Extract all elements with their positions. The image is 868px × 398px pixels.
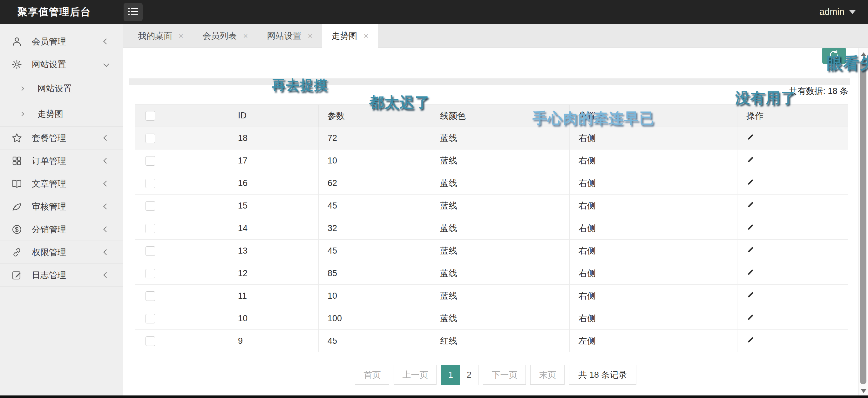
cell-line-color: 蓝线 [431,285,570,307]
refresh-button[interactable] [822,47,846,64]
main-content: 共有数据: 18 条 ID 参数 线颜色 位置 操作 18 [123,48,868,395]
edit-icon[interactable] [746,313,754,322]
chevron-left-icon [103,135,109,141]
edit-icon[interactable] [746,133,754,141]
total-count-label: 共有数据: 18 条 [788,86,848,97]
audit-leaf-icon [11,201,25,212]
row-checkbox[interactable] [146,269,155,278]
tab-member-list[interactable]: 会员列表 × [193,24,257,48]
hamburger-list-icon [128,7,138,17]
pagination-last-button[interactable]: 末页 [530,365,565,385]
divider [123,67,868,67]
scrollbar-up-arrow-icon[interactable] [861,53,866,56]
cell-param: 85 [319,262,431,285]
dollar-icon [11,224,25,235]
edit-icon[interactable] [746,223,754,231]
edit-icon[interactable] [746,291,754,299]
close-icon[interactable]: × [364,31,369,41]
row-checkbox[interactable] [146,201,155,211]
tab-site-settings[interactable]: 网站设置 × [257,24,322,48]
sidebar-item-article-management[interactable]: 文章管理 [0,172,123,195]
cell-line-color: 蓝线 [431,172,570,195]
vertical-scrollbar[interactable] [859,48,868,395]
sidebar-subitem-site-settings[interactable]: 网站设置 [0,76,123,101]
gear-icon [11,59,25,70]
cell-param: 45 [319,195,431,217]
tab-trend-chart[interactable]: 走势图 × [322,24,378,48]
scrollbar-thumb[interactable] [860,60,866,384]
row-checkbox[interactable] [146,224,155,233]
edit-icon[interactable] [746,268,754,276]
pagination-page-2[interactable]: 2 [460,365,478,385]
close-icon[interactable]: × [179,31,183,41]
cell-line-color: 蓝线 [431,307,570,330]
tab-bar: 我的桌面 × 会员列表 × 网站设置 × 走势图 × [123,24,868,48]
cell-id: 13 [229,240,319,262]
sidebar-item-order-management[interactable]: 订单管理 [0,150,123,172]
pagination-prev-button[interactable]: 上一页 [394,365,437,385]
row-checkbox[interactable] [146,336,155,346]
edit-icon[interactable] [746,336,754,344]
cell-id: 14 [229,217,319,240]
table-row: 14 32 蓝线 右侧 [135,217,848,240]
close-icon[interactable]: × [243,31,248,41]
sidebar-item-label: 套餐管理 [32,132,104,144]
cell-param: 45 [319,330,431,352]
row-checkbox[interactable] [146,291,155,301]
caret-down-icon [849,10,856,14]
user-menu[interactable]: admin [819,0,856,24]
pagination-next-button[interactable]: 下一页 [483,365,526,385]
sidebar-item-permission-management[interactable]: 权限管理 [0,241,123,264]
cell-id: 18 [229,127,319,150]
table-row: 10 100 蓝线 右侧 [135,307,848,330]
cell-position: 右侧 [570,285,737,307]
cell-line-color: 蓝线 [431,262,570,285]
edit-icon[interactable] [746,246,754,254]
cell-line-color: 红线 [431,330,570,352]
cell-id: 17 [229,150,319,172]
row-checkbox[interactable] [146,314,155,323]
refresh-icon [829,49,839,62]
link-icon [11,247,25,258]
sidebar-item-label: 文章管理 [32,178,104,190]
table-row: 9 45 红线 左侧 [135,330,848,352]
table-row: 11 10 蓝线 右侧 [135,285,848,307]
tab-label: 走势图 [332,30,358,41]
chevron-left-icon [103,180,109,186]
sidebar-item-log-management[interactable]: 日志管理 [0,264,123,287]
table-header-row: ID 参数 线颜色 位置 操作 [135,105,848,127]
table-row: 12 85 蓝线 右侧 [135,262,848,285]
pagination-first-button[interactable]: 首页 [355,365,389,385]
cell-id: 11 [229,285,319,307]
cell-line-color: 蓝线 [431,127,570,150]
sidebar-item-label: 权限管理 [32,246,104,258]
cell-line-color: 蓝线 [431,150,570,172]
sidebar-item-member-management[interactable]: 会员管理 [0,30,123,53]
sidebar-subitem-trend-chart[interactable]: 走势图 [0,101,123,127]
scrollbar-down-arrow-icon[interactable] [861,389,866,393]
sidebar-item-audit-management[interactable]: 审核管理 [0,195,123,218]
chevron-down-icon [103,61,109,67]
pagination-page-1[interactable]: 1 [441,365,460,385]
select-all-checkbox[interactable] [146,111,155,121]
row-checkbox[interactable] [146,246,155,256]
sidebar-item-distribution-management[interactable]: 分销管理 [0,218,123,241]
edit-icon[interactable] [746,178,754,186]
row-checkbox[interactable] [146,134,155,143]
sidebar-item-site-settings-group[interactable]: 网站设置 [0,53,123,76]
sidebar-toggle-button[interactable] [124,3,143,21]
tab-label: 我的桌面 [138,30,172,41]
tab-my-desktop[interactable]: 我的桌面 × [128,24,193,48]
table-row: 18 72 蓝线 右侧 [135,127,848,150]
row-checkbox[interactable] [146,179,155,188]
sidebar-item-package-management[interactable]: 套餐管理 [0,127,123,150]
edit-icon[interactable] [746,201,754,209]
edit-icon[interactable] [746,156,754,164]
cell-param: 100 [319,307,431,330]
chevron-left-icon [103,203,109,209]
table-row: 16 62 蓝线 右侧 [135,172,848,195]
sidebar-item-label: 分销管理 [32,224,104,235]
close-icon[interactable]: × [308,31,312,41]
row-checkbox[interactable] [146,156,155,166]
cell-id: 9 [229,330,319,352]
